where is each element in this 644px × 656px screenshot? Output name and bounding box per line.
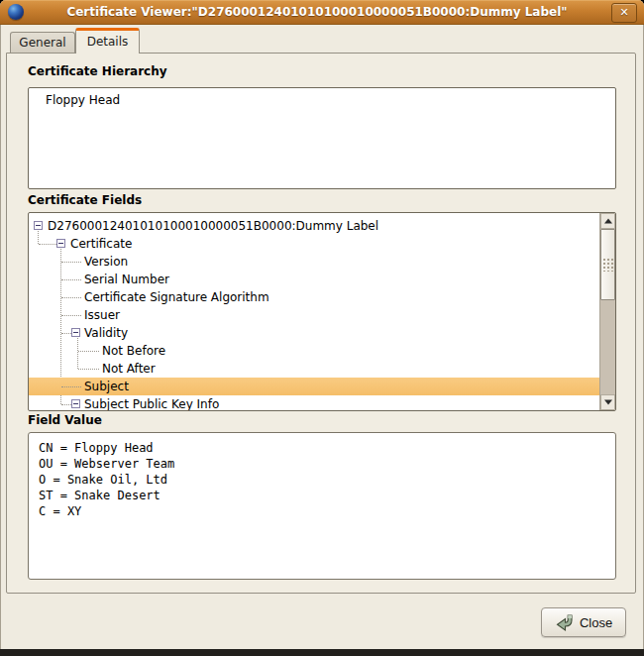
tree-connector xyxy=(78,351,99,352)
certificate-fields-rows: D27600012401010100010000051B0000:Dummy L… xyxy=(29,213,599,410)
tree-item-label: Not After xyxy=(102,360,156,378)
tree-item-label: Serial Number xyxy=(84,271,169,288)
tree-row[interactable]: Version xyxy=(29,253,599,271)
tree-row[interactable]: D27600012401010100010000051B0000:Dummy L… xyxy=(29,217,599,235)
vertical-scrollbar[interactable] xyxy=(599,213,615,410)
scrollbar-thumb[interactable] xyxy=(600,229,615,300)
tree-connector xyxy=(61,262,81,263)
tree-expander-minus-icon[interactable] xyxy=(34,221,43,230)
tree-row[interactable]: Not After xyxy=(29,360,599,378)
close-button-label: Close xyxy=(580,615,612,630)
tree-row[interactable]: Serial Number xyxy=(29,271,599,288)
tree-item-label: Certificate Signature Algorithm xyxy=(84,288,269,306)
scroll-up-button[interactable] xyxy=(600,213,615,229)
field-value-label: Field Value xyxy=(28,413,102,427)
tree-connector xyxy=(78,369,99,370)
tree-item-label: Not Before xyxy=(102,342,165,360)
tree-item-label: Issuer xyxy=(84,306,120,324)
tree-expander-minus-icon[interactable] xyxy=(56,239,65,248)
arrow-up-icon xyxy=(604,219,612,224)
tree-expander-minus-icon[interactable] xyxy=(71,328,80,337)
titlebar[interactable]: Certificate Viewer:"D2760001240101010001… xyxy=(0,0,644,25)
list-item[interactable]: Floppy Head xyxy=(46,92,120,108)
certificate-hierarchy-label: Certificate Hierarchy xyxy=(28,64,167,78)
tree-connector xyxy=(61,315,81,316)
window-bottom-border xyxy=(0,649,644,656)
tree-row[interactable]: Issuer xyxy=(29,306,599,324)
tree-connector xyxy=(39,244,56,245)
tree-row[interactable]: Subject xyxy=(29,378,599,395)
tree-item-label: Subject Public Key Info xyxy=(84,395,219,410)
close-button[interactable]: Close xyxy=(541,607,626,637)
tab-details[interactable]: Details xyxy=(75,28,140,54)
tree-item-label: Certificate xyxy=(70,235,132,253)
tree-connector xyxy=(61,386,81,387)
tree-row[interactable]: Certificate Signature Algorithm xyxy=(29,288,599,306)
scroll-down-button[interactable] xyxy=(600,394,615,410)
certificate-viewer-window: Certificate Viewer:"D2760001240101010001… xyxy=(0,0,644,656)
certificate-fields-label: Certificate Fields xyxy=(28,193,142,207)
scrollbar-grip-icon xyxy=(602,258,614,272)
field-value-box: CN = Floppy HeadOU = Webserver TeamO = S… xyxy=(28,432,616,580)
tree-connector xyxy=(61,404,71,405)
details-tab-panel: Certificate Hierarchy Floppy Head Certif… xyxy=(6,53,636,594)
certificate-hierarchy-list[interactable]: Floppy Head xyxy=(28,87,616,189)
tree-row[interactable]: Not Before xyxy=(29,342,599,360)
field-value-line: O = Snake Oil, Ltd xyxy=(39,472,611,488)
field-value-line: OU = Webserver Team xyxy=(39,456,611,472)
tree-item-label: D27600012401010100010000051B0000:Dummy L… xyxy=(48,217,378,235)
arrow-down-icon xyxy=(604,400,612,405)
field-value-line: ST = Snake Desert xyxy=(39,488,611,503)
tree-row[interactable]: Certificate xyxy=(29,235,599,253)
tree-item-label: Version xyxy=(84,253,128,271)
field-value-text: CN = Floppy HeadOU = Webserver TeamO = S… xyxy=(39,440,611,575)
tree-item-label: Validity xyxy=(84,324,128,342)
field-value-line: CN = Floppy Head xyxy=(39,440,611,456)
tab-general[interactable]: General xyxy=(10,32,75,53)
certificate-fields-box: D27600012401010100010000051B0000:Dummy L… xyxy=(28,212,616,411)
tree-row[interactable]: Subject Public Key Info xyxy=(29,395,599,410)
tree-connector xyxy=(61,333,71,334)
close-arrow-icon xyxy=(555,613,575,632)
tree-item-label: Subject xyxy=(84,378,129,395)
tree-row[interactable]: Validity xyxy=(29,324,599,342)
tree-expander-minus-icon[interactable] xyxy=(71,399,80,408)
tree-connector xyxy=(61,297,81,298)
tree-connector xyxy=(61,279,81,280)
window-title: Certificate Viewer:"D2760001240101010001… xyxy=(30,0,604,24)
globe-window-icon xyxy=(8,4,24,20)
field-value-line: C = XY xyxy=(39,503,611,519)
window-close-icon[interactable]: ✕ xyxy=(611,3,637,23)
